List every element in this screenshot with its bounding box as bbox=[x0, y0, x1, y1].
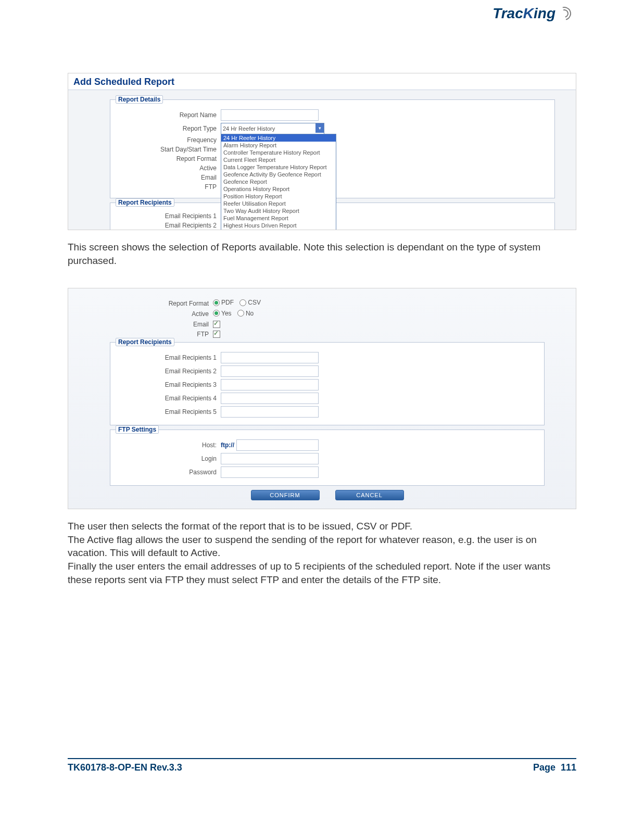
figure-add-scheduled-report: Add Scheduled Report Report Details Repo… bbox=[68, 73, 576, 230]
dropdown-option[interactable]: 24 Hr Reefer History bbox=[221, 134, 336, 142]
label-frequency: Frequency bbox=[118, 136, 221, 144]
label-r2: Email Recipients 2 bbox=[118, 368, 221, 375]
figure-report-format-settings: Report Format PDF CSV Active Yes No Emai… bbox=[68, 288, 576, 509]
dropdown-option[interactable]: Journey Report By Vehicle bbox=[221, 229, 336, 230]
label-report-type: Report Type bbox=[118, 125, 221, 132]
legend-recipients-2: Report Recipients bbox=[116, 338, 174, 346]
label-r5: Email Recipients 5 bbox=[118, 408, 221, 415]
dropdown-option[interactable]: Position History Report bbox=[221, 193, 336, 200]
label-r1: Email Recipients 1 bbox=[118, 354, 221, 361]
label-start-time: Start Day/Start Time bbox=[118, 146, 221, 153]
label-ftp: FTP bbox=[118, 183, 221, 191]
recipient-2-input[interactable] bbox=[221, 365, 319, 377]
dropdown-arrow-icon[interactable]: ▾ bbox=[315, 123, 324, 133]
ftp-checkbox[interactable] bbox=[213, 331, 220, 338]
report-type-dropdown: 24 Hr Reefer History Alarm History Repor… bbox=[221, 134, 336, 230]
label-login: Login bbox=[118, 455, 221, 462]
page-footer: TK60178-8-OP-EN Rev.3.3 Page 111 bbox=[68, 758, 576, 773]
label-active-2: Active bbox=[110, 310, 213, 318]
email-checkbox[interactable] bbox=[213, 321, 220, 328]
label-ftp-2: FTP bbox=[110, 331, 213, 338]
recipient-5-input[interactable] bbox=[221, 406, 319, 418]
dropdown-option[interactable]: Geofence Activity By Geofence Report bbox=[221, 171, 336, 178]
dropdown-option[interactable]: Operations History Report bbox=[221, 185, 336, 193]
label-recipient-2: Email Recipients 2 bbox=[118, 222, 221, 229]
label-active: Active bbox=[118, 165, 221, 172]
label-r4: Email Recipients 4 bbox=[118, 395, 221, 402]
logo-ring-icon bbox=[558, 7, 571, 20]
figure-title: Add Scheduled Report bbox=[68, 73, 576, 90]
radio-icon bbox=[213, 299, 220, 306]
dropdown-option[interactable]: Highest Hours Driven Report bbox=[221, 222, 336, 229]
ftp-host-input[interactable] bbox=[236, 439, 319, 451]
ftp-prefix: ftp:// bbox=[221, 441, 234, 449]
recipient-1-input[interactable] bbox=[221, 352, 319, 363]
recipient-4-input[interactable] bbox=[221, 393, 319, 404]
label-recipient-1: Email Recipients 1 bbox=[118, 212, 221, 220]
ftp-password-input[interactable] bbox=[221, 466, 319, 478]
radio-icon bbox=[237, 310, 244, 317]
dropdown-option[interactable]: Data Logger Temperature History Report bbox=[221, 163, 336, 171]
label-report-name: Report Name bbox=[118, 111, 221, 119]
label-password: Password bbox=[118, 469, 221, 476]
radio-pdf[interactable]: PDF bbox=[213, 299, 234, 306]
fieldset-recipients-2: Report Recipients Email Recipients 1 Ema… bbox=[110, 342, 545, 425]
footer-doc-id: TK60178-8-OP-EN Rev.3.3 bbox=[68, 762, 182, 773]
dropdown-option[interactable]: Reefer Utilisation Report bbox=[221, 200, 336, 207]
label-report-format: Report Format bbox=[118, 155, 221, 162]
radio-csv[interactable]: CSV bbox=[239, 299, 261, 306]
radio-icon bbox=[239, 299, 246, 306]
label-host: Host: bbox=[118, 441, 221, 449]
radio-active-yes[interactable]: Yes bbox=[213, 310, 232, 317]
ftp-login-input[interactable] bbox=[221, 453, 319, 464]
radio-icon bbox=[213, 310, 220, 317]
confirm-button[interactable]: CONFIRM bbox=[251, 490, 320, 500]
paragraph-1: This screen shows the selection of Repor… bbox=[68, 241, 576, 267]
recipient-3-input[interactable] bbox=[221, 379, 319, 390]
dropdown-option[interactable]: Two Way Audit History Report bbox=[221, 207, 336, 215]
dropdown-option[interactable]: Current Fleet Report bbox=[221, 156, 336, 163]
dropdown-option[interactable]: Geofence Report bbox=[221, 178, 336, 185]
dropdown-option[interactable]: Controller Temperature History Report bbox=[221, 149, 336, 156]
label-email-2: Email bbox=[110, 321, 213, 328]
page-header: TracKing bbox=[68, 0, 576, 52]
legend-ftp: FTP Settings bbox=[116, 425, 159, 434]
label-report-format-2: Report Format bbox=[110, 300, 213, 307]
cancel-button[interactable]: CANCEL bbox=[335, 490, 404, 500]
radio-active-no[interactable]: No bbox=[237, 310, 254, 317]
legend-report-details: Report Details bbox=[116, 95, 163, 104]
dropdown-option[interactable]: Alarm History Report bbox=[221, 142, 336, 149]
fieldset-ftp-settings: FTP Settings Host: ftp:// Login Password bbox=[110, 430, 545, 486]
paragraph-2: The user then selects the format of the … bbox=[68, 520, 576, 586]
fieldset-report-details: Report Details Report Name Report Type 2… bbox=[110, 99, 555, 198]
report-name-input[interactable] bbox=[221, 109, 319, 121]
legend-recipients: Report Recipients bbox=[116, 198, 174, 207]
report-type-select[interactable]: 24 Hr Reefer History ▾ 24 Hr Reefer Hist… bbox=[221, 123, 324, 134]
footer-page: Page 111 bbox=[533, 762, 576, 773]
label-email: Email bbox=[118, 174, 221, 181]
tracking-logo: TracKing bbox=[493, 5, 571, 22]
label-r3: Email Recipients 3 bbox=[118, 381, 221, 388]
dropdown-option[interactable]: Fuel Management Report bbox=[221, 215, 336, 222]
